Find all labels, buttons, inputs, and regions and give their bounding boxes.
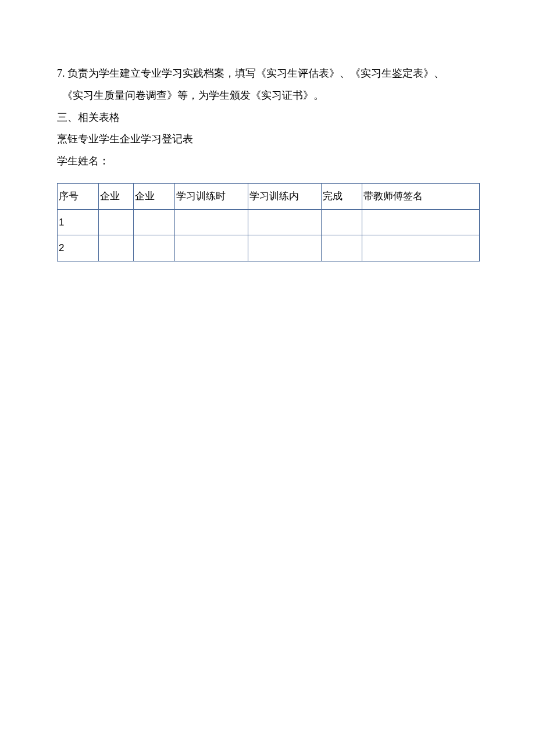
table-cell [174,209,248,235]
student-name-label: 学生姓名： [57,151,480,173]
table-cell [98,209,134,235]
table-cell: 1 [58,209,99,235]
table-row: 2 [58,235,480,261]
table-header-cell: 企业 [134,183,175,209]
paragraph-line-1: 7. 负责为学生建立专业学习实践档案，填写《实习生评估表》、《实习生鉴定表》、 [57,63,480,85]
table-cell: 2 [58,235,99,261]
table-cell [321,235,362,261]
table-header-row: 序号 企业 企业 学习训练时 学习训练内 完成 带教师傅签名 [58,183,480,209]
table-cell [321,209,362,235]
table-cell [134,235,175,261]
table-cell [98,235,134,261]
table-cell [134,209,175,235]
section-heading: 三、相关表格 [57,107,480,129]
registration-table: 序号 企业 企业 学习训练时 学习训练内 完成 带教师傅签名 1 2 [57,183,480,261]
table-header-cell: 企业 [98,183,134,209]
table-cell [174,235,248,261]
table-cell [248,209,321,235]
table-cell [362,235,480,261]
form-title: 烹钰专业学生企业学习登记表 [57,128,480,151]
table-cell [362,209,480,235]
table-header-cell: 序号 [58,183,99,209]
paragraph-line-2: 《实习生质量问卷调查》等，为学生颁发《实习证书》。 [57,85,480,107]
table-row: 1 [58,209,480,235]
table-header-cell: 带教师傅签名 [362,183,480,209]
table-header-cell: 学习训练内 [248,183,321,209]
table-header-cell: 学习训练时 [174,183,248,209]
table-cell [248,235,321,261]
table-header-cell: 完成 [321,183,362,209]
